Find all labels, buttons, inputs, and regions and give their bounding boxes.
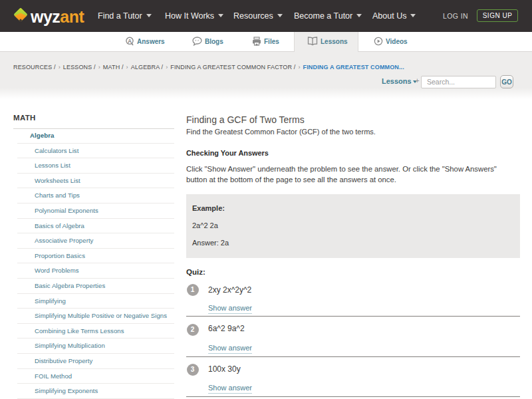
svg-text:A: A <box>128 38 132 45</box>
